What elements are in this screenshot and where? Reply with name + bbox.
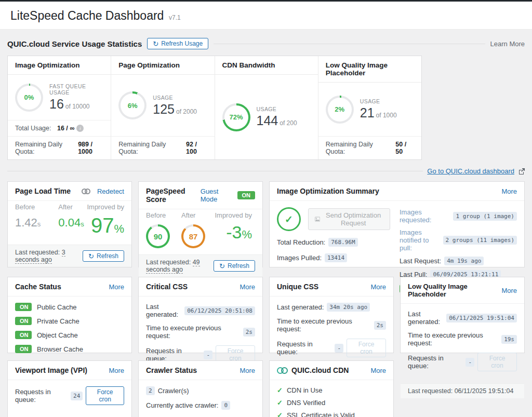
cache-status-item: ONPublic Cache: [15, 303, 124, 311]
images-requested-label: Images requested:: [400, 208, 450, 224]
check-icon: ✓: [277, 386, 283, 394]
usage-card-page-optimization: Page Optimization 6% USAGE 125of 2000 Re…: [111, 56, 214, 159]
images-notified-label: Images notified to pull:: [400, 228, 440, 252]
force-cron-button[interactable]: Force cron: [347, 339, 386, 357]
exec-time-label: Time to execute previous request:: [277, 317, 371, 333]
success-check-icon: ✓: [277, 207, 301, 231]
queue-label: Requests in queue:: [408, 354, 462, 370]
divider: [214, 44, 485, 44]
usage-card-title: Image Optimization: [8, 56, 111, 75]
image-icon: [315, 216, 320, 222]
card-crawler-status: Crawler Status More 2Crawler(s) Currentl…: [138, 360, 263, 417]
crawler-count-value: 2: [146, 386, 155, 395]
last-generated-value: 06/11/2025 19:51:04: [446, 314, 517, 322]
images-requested-value: 1 group (1 image): [453, 212, 517, 221]
before-label: Before: [146, 211, 170, 219]
refresh-icon: ↻: [219, 263, 225, 270]
queue-value: 24: [71, 392, 83, 400]
exec-time-value: 2s: [243, 328, 255, 337]
card-critical-css: Critical CSS More Last generated:06/12/2…: [138, 277, 263, 353]
exec-time-label: Time to execute previous request:: [146, 324, 240, 340]
divider: [7, 171, 423, 171]
send-optimization-request-button[interactable]: Send Optimization Request: [308, 208, 390, 230]
info-icon[interactable]: i: [76, 125, 84, 132]
active-crawler-label: Currently active crawler:: [146, 401, 218, 409]
redetect-link[interactable]: Redetect: [97, 187, 124, 195]
card-unique-css: Unique CSS More Last generated:34m 20s a…: [269, 277, 394, 353]
more-link[interactable]: More: [109, 367, 124, 374]
more-link[interactable]: More: [370, 283, 386, 291]
queue-value: -: [335, 344, 343, 353]
remaining-quota-note: Remaining Daily Quota: 989 / 1000: [8, 136, 111, 159]
more-link[interactable]: More: [501, 187, 517, 195]
refresh-icon: ↻: [88, 253, 94, 260]
card-pagespeed-score: PageSpeed Score Guest Mode ON Before 90 …: [138, 181, 263, 267]
card-page-load-time: Page Load Time Redetect Before 1.42s Aft…: [7, 181, 132, 267]
card-title: Page Load Time: [15, 187, 71, 195]
learn-more-link[interactable]: Learn More: [490, 40, 525, 48]
usage-card-title: CDN Bandwidth: [215, 56, 318, 75]
card-image-optimization-summary: Image Optimization Summary More ✓ Send O…: [269, 181, 525, 267]
after-label: After: [181, 211, 205, 219]
after-score-ring: 87: [181, 224, 205, 248]
improved-label: Improved by: [215, 211, 252, 219]
remaining-quota-note: Remaining Daily Quota: 50 / 50: [318, 136, 421, 159]
goto-quiccloud-dashboard-link[interactable]: Go to QUIC.cloud dashboard: [427, 167, 514, 175]
images-pulled-label: Images Pulled:: [277, 254, 322, 262]
refresh-button[interactable]: ↻ Refresh: [214, 260, 255, 272]
guest-mode-link[interactable]: Guest Mode: [201, 187, 233, 203]
more-link[interactable]: More: [370, 367, 386, 374]
card-title: Crawler Status: [146, 366, 197, 374]
cache-status-item: ONPrivate Cache: [15, 317, 124, 325]
queue-value: -: [466, 358, 474, 367]
check-icon: ✓: [277, 399, 283, 407]
card-title: Image Optimization Summary: [277, 187, 379, 195]
quiccloud-logo-icon: [277, 367, 288, 374]
images-notified-value: 2 groups (11 images): [443, 236, 517, 245]
status-badge: ON: [15, 317, 32, 325]
force-cron-button[interactable]: Force cron: [86, 386, 124, 405]
last-generated-value: 34m 20s ago: [327, 303, 370, 312]
queue-label: Requests in queue:: [277, 340, 331, 356]
external-link-icon: [518, 168, 525, 174]
check-icon: ✓: [277, 411, 283, 417]
more-link[interactable]: More: [109, 283, 124, 291]
plugin-version: v7.1: [169, 14, 181, 21]
last-request-value: 4m 19s ago: [444, 257, 484, 265]
last-requested: Last requested: 49 seconds ago: [146, 259, 214, 273]
usage-label: FAST QUEUE USAGE: [49, 83, 103, 96]
usage-value: 21of 1000: [360, 105, 397, 120]
usage-label: USAGE: [257, 106, 297, 112]
last-generated-value: 06/12/2025 20:51:08: [184, 306, 255, 315]
cdn-check-item: ✓DNS Verified: [277, 399, 386, 407]
exec-time-value: 19s: [501, 335, 517, 344]
quiccloud-logo-icon: [82, 189, 90, 194]
status-badge: ON: [15, 331, 32, 339]
more-link[interactable]: More: [240, 367, 255, 374]
exec-time-label: Time to execute previous request:: [408, 331, 498, 347]
refresh-button[interactable]: ↻ Refresh: [83, 250, 124, 262]
cdn-check-item: ✓CDN in Use: [277, 386, 386, 394]
card-lqip: Low Quality Image Placeholder More Last …: [400, 277, 525, 353]
usage-ring: 72%: [222, 103, 250, 131]
queue-value: -: [204, 351, 212, 359]
more-link[interactable]: More: [501, 287, 517, 294]
total-reduction-value: 768.96M: [328, 238, 357, 247]
last-request-label: Last Request:: [400, 257, 441, 265]
usage-label: USAGE: [360, 98, 397, 104]
card-title: QUIC.cloud CDN: [291, 366, 349, 374]
guest-mode-on-badge: ON: [237, 191, 256, 199]
usage-stats-panel: Image Optimization 0% FAST QUEUE USAGE 1…: [7, 56, 422, 160]
usage-ring: 6%: [118, 91, 147, 119]
cdn-check-item: ✓SSL Certificate is Valid: [277, 411, 386, 417]
last-generated-label: Last generated:: [408, 310, 443, 326]
refresh-usage-button[interactable]: ↻ Refresh Usage: [147, 38, 208, 49]
force-cron-button[interactable]: Force cron: [477, 353, 517, 371]
more-link[interactable]: More: [240, 283, 255, 291]
status-badge: ON: [15, 303, 32, 311]
page-header: LiteSpeed Cache Dashboard v7.1: [0, 2, 532, 30]
improved-value: 97%: [91, 216, 124, 235]
crawler-count-label: Crawler(s): [158, 387, 189, 395]
improved-value: -3%: [226, 224, 252, 240]
before-value: 1.42s: [15, 216, 41, 230]
